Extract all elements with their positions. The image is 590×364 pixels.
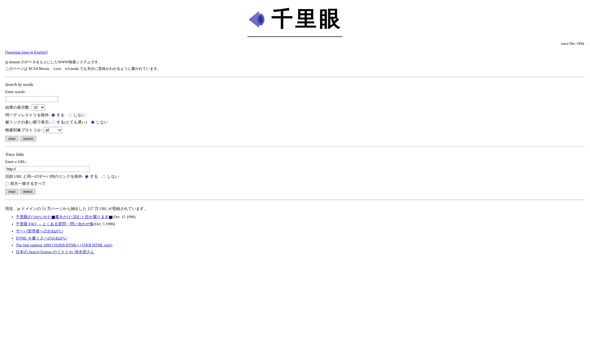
search-section-title: Search by words: [5, 80, 585, 89]
link-2[interactable]: 千里眼 FAQ — よくある質問・問い合わせ集: [16, 222, 94, 226]
search-section: Search by words Enter words: 結果の表示数: 10 …: [5, 80, 585, 144]
link-6[interactable]: 日本の Search Engine のリスト by 清水奨さん: [16, 250, 94, 254]
prefix-match-label: 前方一致するすべて: [10, 181, 46, 186]
trace-section: Trace links Enter a URL: 目的 URL と同一のサーバ内…: [5, 150, 585, 197]
exclude-dir-label: 同一ディレクトリを除外:: [5, 113, 50, 118]
trace-clear-button[interactable]: clear: [5, 189, 18, 194]
list-item: 千里眼のつかいかた書きかけ: 読むと目が腐ります(Oct. 15 1996): [16, 213, 585, 221]
list-item: サーバ管理者へのおねがい: [16, 228, 585, 235]
english-link-section: [Senrigan page in English]: [5, 48, 585, 57]
exclude-dir-no-label: しない: [74, 113, 85, 118]
result-count-select[interactable]: 10 20 32 50 100: [32, 104, 45, 111]
sort-links-yes-label: する(とても遅い): [56, 120, 87, 125]
description-line1: jp domain のデータをもとにしたWWW検索システムです。: [5, 59, 585, 65]
trace-button-row: clear detect: [5, 187, 585, 197]
search-submit-button[interactable]: search: [20, 136, 36, 141]
exclude-server-label: 目的 URL と同一のサーバ内のリンクを除外:: [5, 174, 83, 179]
svg-point-2: [259, 16, 263, 23]
links-list: 千里眼のつかいかた書きかけ: 読むと目が腐ります(Oct. 15 1996) 千…: [5, 213, 585, 256]
divider-2: [5, 147, 585, 147]
prefix-match-checkbox[interactable]: [5, 182, 9, 185]
logo-icon: [248, 9, 269, 30]
result-count-row: 結果の表示数: 10 20 32 50 100: [5, 103, 585, 112]
description-line2: このページは NCSA Mosaic、Lynx、w3-mode でも充分に意味が…: [5, 65, 585, 72]
exclude-server-no-label: しない: [107, 174, 119, 179]
exclude-server-yes-radio[interactable]: [85, 175, 88, 178]
english-link[interactable]: Senrigan page in English: [7, 50, 46, 54]
search-clear-button[interactable]: clear: [5, 136, 18, 141]
protocol-row: 検索対象プロトコル: all http ftp gopher: [5, 126, 585, 134]
link-5[interactable]: The link ranking 1000 (102KB HTML), (15K…: [16, 243, 112, 247]
url-input[interactable]: [5, 166, 90, 172]
logo-text: 千里眼: [271, 5, 342, 34]
list-item: 日本の Search Engine のリスト by 清水奨さん: [16, 248, 585, 256]
trace-detect-button[interactable]: detect: [20, 189, 35, 194]
sort-links-yes-radio[interactable]: [51, 121, 55, 124]
exclude-dir-yes-radio[interactable]: [51, 113, 55, 117]
info-text: 現在、jp ドメインの 51 万ページから抽出した 127 万 URL が登録さ…: [5, 207, 148, 211]
exclude-dir-yes-label: する: [56, 113, 64, 118]
divider-3: [5, 200, 585, 200]
enter-url-label: Enter a URL:: [5, 159, 585, 165]
link-1-main[interactable]: 千里眼のつかいかた書きかけ: 読むと目が腐ります: [16, 215, 112, 219]
since-text: since Dec 1994.: [5, 40, 585, 48]
info-section: 現在、jp ドメインの 51 万ページから抽出した 127 万 URL が登録さ…: [5, 203, 585, 213]
prefix-match-row: 前方一致するすべて: [5, 180, 585, 187]
search-input[interactable]: [5, 96, 58, 102]
enter-words-label: Enter words:: [5, 89, 585, 95]
exclude-server-no-radio[interactable]: [102, 175, 106, 178]
list-item: The link ranking 1000 (102KB HTML), (15K…: [16, 242, 585, 248]
description: jp domain のデータをもとにしたWWW検索システムです。 このページは …: [5, 57, 585, 74]
exclude-dir-row: 同一ディレクトリを除外: する しない: [5, 112, 585, 119]
sort-by-links-row: 被リンクの多い順で表示: する(とても遅い) しない: [5, 119, 585, 126]
trace-section-title: Trace links: [5, 150, 585, 159]
search-button-row: clear search: [5, 134, 585, 144]
list-item: 千里眼 FAQ — よくある質問・問い合わせ集(Oct. 5 1996): [16, 221, 585, 228]
protocol-select[interactable]: all http ftp gopher: [44, 127, 62, 133]
sort-links-no-label: しない: [96, 120, 108, 125]
sort-links-no-radio[interactable]: [91, 121, 94, 124]
protocol-label: 検索対象プロトコル:: [5, 128, 42, 133]
link-4[interactable]: HTML を書く人へのおねがい: [16, 236, 68, 240]
exclude-dir-no-radio[interactable]: [69, 113, 72, 117]
divider-1: [5, 77, 585, 77]
exclude-server-row: 目的 URL と同一のサーバ内のリンクを除外: する しない: [5, 173, 585, 180]
square-icon-1: [52, 216, 55, 219]
sort-by-links-label: 被リンクの多い順で表示:: [5, 120, 50, 125]
link-3[interactable]: サーバ管理者へのおねがい: [16, 229, 63, 233]
exclude-server-yes-label: する: [90, 174, 98, 179]
square-icon-2: [109, 216, 112, 219]
bracket-close: ]: [46, 50, 47, 54]
header-section: 千里眼: [5, 0, 585, 40]
result-count-label: 結果の表示数:: [5, 105, 30, 110]
logo-container: 千里眼: [248, 5, 342, 37]
list-item: HTML を書く人へのおねがい: [16, 235, 585, 242]
